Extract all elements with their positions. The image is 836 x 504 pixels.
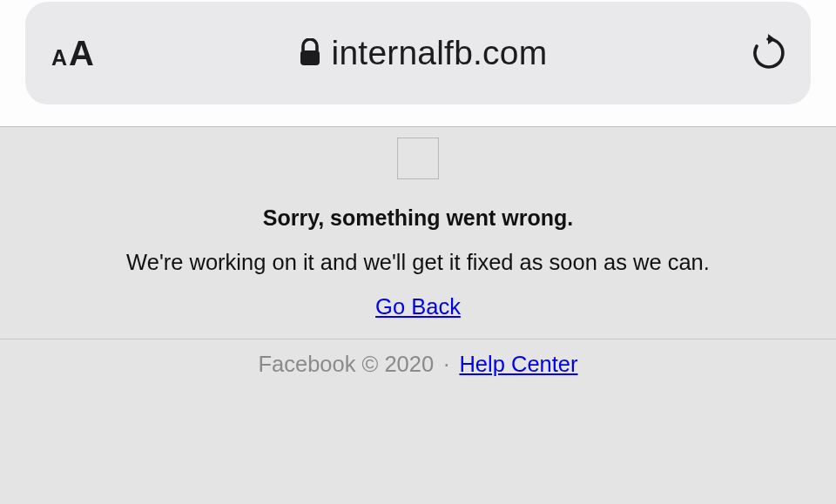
text-size-small-a-icon: A [51, 45, 67, 71]
go-back-link[interactable]: Go Back [375, 294, 461, 319]
placeholder-image-icon [397, 138, 439, 179]
svg-rect-0 [300, 50, 320, 65]
error-subheading: We're working on it and we'll get it fix… [0, 250, 836, 275]
text-size-button[interactable]: AA [51, 34, 94, 73]
copyright-text: Facebook © 2020 [258, 352, 434, 376]
help-center-link[interactable]: Help Center [459, 352, 577, 376]
reload-icon [752, 34, 785, 72]
error-content: Sorry, something went wrong. We're worki… [0, 127, 836, 339]
reload-button[interactable] [752, 34, 785, 72]
text-size-large-a-icon: A [69, 34, 94, 73]
footer: Facebook © 2020 · Help Center [0, 339, 836, 377]
error-heading: Sorry, something went wrong. [0, 205, 836, 231]
url-domain: internalfb.com [332, 34, 548, 72]
address-bar[interactable]: AA internalfb.com [25, 2, 811, 104]
address-bar-center: internalfb.com [94, 34, 752, 72]
browser-chrome: AA internalfb.com [0, 0, 836, 127]
lock-icon [299, 38, 321, 68]
separator-dot: · [443, 352, 449, 376]
